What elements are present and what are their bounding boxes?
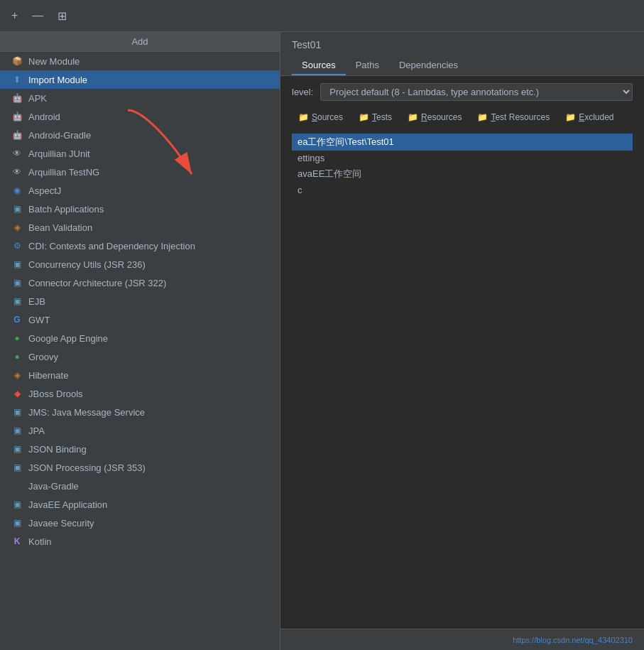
menu-item-groovy[interactable]: ●Groovy: [0, 347, 280, 366]
menu-icon-java-gradle: [11, 480, 23, 492]
menu-label-jms: JMS: Java Message Service: [28, 407, 145, 418]
folder-types: 📁Sources📁Tests📁Resources📁Test Resources📁…: [292, 109, 633, 125]
menu-label-google-app-engine: Google App Engine: [28, 333, 108, 344]
folder-type-test-resources[interactable]: 📁Test Resources: [471, 109, 556, 125]
folder-type-excluded[interactable]: 📁Excluded: [559, 109, 620, 125]
menu-item-gwt[interactable]: GGWT: [0, 310, 280, 329]
menu-icon-json-binding: ▣: [11, 443, 23, 455]
minimize-button[interactable]: —: [28, 6, 48, 25]
menu-item-android-gradle[interactable]: 🤖Android-Gradle: [0, 126, 280, 144]
menu-label-android-gradle: Android-Gradle: [28, 130, 91, 141]
menu-icon-aspectj: ◉: [11, 185, 23, 196]
folder-icon-resources: 📁: [408, 112, 418, 122]
menu-item-android[interactable]: 🤖Android: [0, 107, 280, 126]
file-tree: ea工作空间\Test\Test01ettingsavaEE工作空间c: [292, 134, 633, 643]
menu-item-import-module[interactable]: ⬆Import Module: [0, 70, 280, 89]
menu-label-new-module: New Module: [28, 56, 80, 67]
menu-icon-connector-architecture: ▣: [11, 277, 23, 288]
add-header: Add: [0, 32, 280, 52]
left-panel: Add 📦New Module⬆Import Module🤖APK🤖Androi…: [0, 32, 280, 650]
tab-paths[interactable]: Paths: [346, 56, 389, 75]
add-button[interactable]: +: [7, 6, 22, 25]
menu-label-bean-validation: Bean Validation: [28, 222, 92, 233]
menu-label-json-processing: JSON Processing (JSR 353): [28, 462, 146, 473]
menu-icon-new-module: 📦: [11, 55, 23, 67]
menu-icon-kotlin: K: [11, 536, 23, 547]
menu-item-javaee-application[interactable]: ▣JavaEE Application: [0, 495, 280, 514]
tab-sources[interactable]: Sources: [292, 56, 346, 75]
restore-button[interactable]: ⊞: [53, 6, 71, 26]
menu-label-json-binding: JSON Binding: [28, 444, 87, 455]
menu-item-arquillian-testng[interactable]: 👁Arquillian TestNG: [0, 163, 280, 181]
menu-icon-batch-applications: ▣: [11, 203, 23, 215]
menu-icon-cdi: ⚙: [11, 240, 23, 251]
menu-icon-groovy: ●: [11, 351, 23, 362]
folder-label-resources: Resources: [421, 112, 462, 122]
folder-label-sources: Sources: [312, 112, 343, 122]
level-label: level:: [292, 87, 313, 97]
right-panel: Test01 SourcesPathsDependencies level: P…: [280, 32, 644, 650]
menu-label-ejb: EJB: [28, 296, 45, 307]
menu-item-jpa[interactable]: ▣JPA: [0, 421, 280, 440]
menu-label-arquillian-testng: Arquillian TestNG: [28, 167, 99, 178]
menu-icon-gwt: G: [11, 314, 23, 325]
menu-item-ejb[interactable]: ▣EJB: [0, 292, 280, 310]
menu-label-jpa: JPA: [28, 426, 45, 436]
menu-item-aspectj[interactable]: ◉AspectJ: [0, 181, 280, 200]
menu-item-cdi[interactable]: ⚙CDI: Contexts and Dependency Injection: [0, 237, 280, 255]
menu-label-kotlin: Kotlin: [28, 536, 52, 547]
tree-item-javaee-workspace[interactable]: avaEE工作空间: [292, 166, 633, 183]
top-toolbar: + — ⊞: [0, 0, 644, 32]
folder-type-sources[interactable]: 📁Sources: [292, 109, 349, 125]
menu-item-connector-architecture[interactable]: ▣Connector Architecture (JSR 322): [0, 273, 280, 292]
tree-item-test01-path[interactable]: ea工作空间\Test\Test01: [292, 134, 633, 151]
menu-item-kotlin[interactable]: KKotlin: [0, 532, 280, 551]
folder-label-tests: Tests: [372, 112, 392, 122]
menu-item-google-app-engine[interactable]: ●Google App Engine: [0, 329, 280, 347]
folder-label-test-resources: Test Resources: [491, 112, 550, 122]
menu-label-android: Android: [28, 112, 60, 122]
menu-icon-google-app-engine: ●: [11, 332, 23, 344]
menu-label-groovy: Groovy: [28, 352, 58, 362]
menu-label-batch-applications: Batch Applications: [28, 204, 104, 215]
menu-item-new-module[interactable]: 📦New Module: [0, 52, 280, 70]
menu-label-hibernate: Hibernate: [28, 370, 68, 381]
menu-icon-apk: 🤖: [11, 92, 23, 104]
menu-item-java-gradle[interactable]: Java-Gradle: [0, 477, 280, 495]
menu-label-javaee-application: JavaEE Application: [28, 499, 107, 510]
menu-item-jboss-drools[interactable]: ◆JBoss Drools: [0, 384, 280, 403]
folder-type-resources[interactable]: 📁Resources: [401, 109, 468, 125]
menu-item-hibernate[interactable]: ◈Hibernate: [0, 366, 280, 384]
tree-item-settings[interactable]: ettings: [292, 151, 633, 166]
tabs-row: SourcesPathsDependencies: [292, 56, 633, 75]
folder-label-excluded: Excluded: [579, 112, 613, 122]
menu-item-batch-applications[interactable]: ▣Batch Applications: [0, 200, 280, 218]
menu-item-javaee-security[interactable]: ▣Javaee Security: [0, 514, 280, 532]
level-select[interactable]: Project default (8 - Lambdas, type annot…: [320, 83, 633, 101]
folder-icon-sources: 📁: [298, 112, 309, 122]
menu-list: 📦New Module⬆Import Module🤖APK🤖Android🤖An…: [0, 52, 280, 650]
menu-icon-jms: ▣: [11, 406, 23, 418]
menu-icon-arquillian-testng: 👁: [11, 166, 23, 178]
menu-item-apk[interactable]: 🤖APK: [0, 89, 280, 107]
menu-item-arquillian-junit[interactable]: 👁Arquillian JUnit: [0, 144, 280, 163]
menu-item-json-processing[interactable]: ▣JSON Processing (JSR 353): [0, 458, 280, 477]
menu-item-jms[interactable]: ▣JMS: Java Message Service: [0, 403, 280, 421]
menu-icon-concurrency-utils: ▣: [11, 259, 23, 270]
menu-label-java-gradle: Java-Gradle: [28, 481, 79, 492]
menu-item-concurrency-utils[interactable]: ▣Concurrency Utils (JSR 236): [0, 255, 280, 273]
menu-icon-hibernate: ◈: [11, 369, 23, 381]
tree-item-c[interactable]: c: [292, 183, 633, 197]
menu-icon-android: 🤖: [11, 111, 23, 122]
folder-type-tests[interactable]: 📁Tests: [352, 109, 398, 125]
tab-dependencies[interactable]: Dependencies: [389, 56, 468, 75]
folder-icon-excluded: 📁: [565, 112, 576, 122]
folder-icon-tests: 📁: [359, 112, 369, 122]
menu-icon-arquillian-junit: 👁: [11, 148, 23, 159]
menu-item-bean-validation[interactable]: ◈Bean Validation: [0, 218, 280, 237]
menu-item-json-binding[interactable]: ▣JSON Binding: [0, 440, 280, 458]
menu-icon-jboss-drools: ◆: [11, 388, 23, 399]
menu-label-connector-architecture: Connector Architecture (JSR 322): [28, 278, 166, 288]
menu-label-jboss-drools: JBoss Drools: [28, 389, 83, 399]
menu-icon-ejb: ▣: [11, 296, 23, 307]
